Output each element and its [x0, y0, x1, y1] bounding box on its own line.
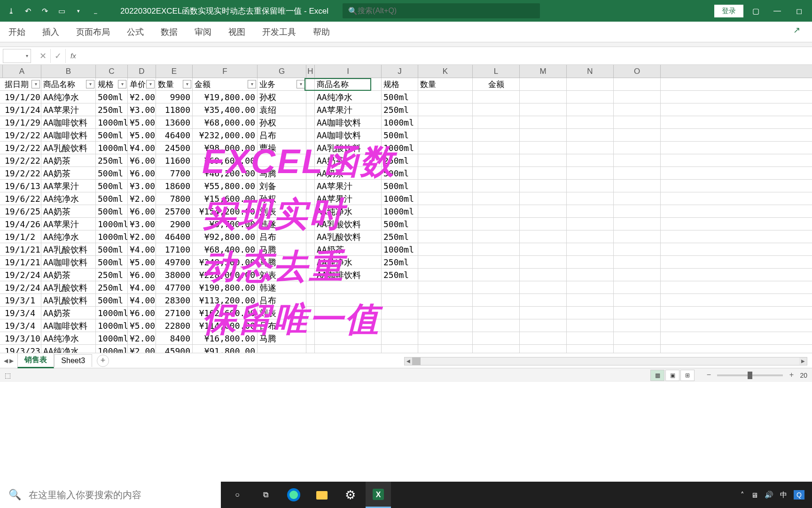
cell[interactable]	[520, 91, 567, 103]
cell[interactable]: 韩遂	[258, 281, 306, 294]
cell[interactable]	[614, 269, 661, 281]
cell[interactable]	[306, 129, 315, 141]
cell[interactable]: ¥6.00	[128, 167, 156, 179]
cell[interactable]	[567, 281, 614, 294]
cell[interactable]: 刘表	[258, 205, 306, 217]
cell[interactable]: 19/1/24	[3, 103, 41, 116]
cell[interactable]: AA纯净水	[41, 192, 96, 205]
cell[interactable]	[306, 307, 315, 319]
cell[interactable]	[473, 230, 520, 243]
cell[interactable]	[614, 129, 661, 141]
settings-icon[interactable]: ⚙	[337, 482, 363, 508]
cell[interactable]: AA苹果汁	[315, 180, 382, 192]
tab-view[interactable]: 视图	[226, 23, 247, 41]
cell[interactable]: 22800	[156, 319, 193, 332]
cell[interactable]: 19/3/4	[3, 319, 41, 332]
cell[interactable]	[382, 345, 418, 353]
cell[interactable]: 刘备	[258, 180, 306, 192]
cell[interactable]	[567, 332, 614, 344]
cell[interactable]	[306, 192, 315, 205]
cell[interactable]: 11600	[156, 154, 193, 167]
cell[interactable]	[418, 167, 473, 179]
cell[interactable]: ¥232,000.00	[193, 129, 258, 141]
cell[interactable]	[418, 319, 473, 332]
edge-icon[interactable]	[281, 482, 306, 508]
cell[interactable]: 袁绍	[258, 103, 306, 116]
cell[interactable]: ¥69,600.00	[193, 154, 258, 167]
filter-dropdown[interactable]: ▾	[86, 80, 94, 88]
cell[interactable]: 8400	[156, 332, 193, 344]
cell[interactable]: AA纯净水	[41, 345, 96, 353]
cell[interactable]	[614, 91, 661, 103]
scroll-thumb[interactable]	[412, 357, 421, 365]
filter-dropdown[interactable]: ▾	[183, 80, 191, 88]
cell[interactable]: 孙权	[258, 91, 306, 103]
header-cell[interactable]: 金额▾	[193, 78, 258, 90]
sheet-tab-sales[interactable]: 销售表	[17, 353, 54, 368]
col-header[interactable]: A	[3, 65, 41, 78]
cell[interactable]: 45900	[156, 345, 193, 353]
cell[interactable]: 19/2/24	[3, 269, 41, 281]
header-cell[interactable]: 商品名称▾	[41, 78, 96, 90]
header-cell[interactable]	[306, 78, 315, 90]
cell[interactable]: AA苹果汁	[41, 180, 96, 192]
cell[interactable]: AA乳酸饮料	[315, 230, 382, 243]
cell[interactable]	[520, 129, 567, 141]
scroll-left-button[interactable]: ◀	[405, 357, 412, 365]
cell[interactable]	[567, 142, 614, 154]
cell[interactable]	[418, 230, 473, 243]
cell[interactable]	[473, 91, 520, 103]
cell[interactable]	[473, 345, 520, 353]
cell[interactable]: 19/2/22	[3, 167, 41, 179]
cell[interactable]: 1000ml	[382, 192, 418, 205]
cell[interactable]: 250ml	[96, 154, 128, 167]
tab-data[interactable]: 数据	[159, 23, 180, 41]
record-macro-icon[interactable]: ⬚	[5, 372, 11, 379]
filter-dropdown[interactable]: ▾	[248, 80, 256, 88]
cell[interactable]: AA奶茶	[41, 167, 96, 179]
cell[interactable]: AA苹果汁	[315, 103, 382, 116]
cell[interactable]	[614, 180, 661, 192]
cell[interactable]: 1000ml	[96, 307, 128, 319]
cell[interactable]	[306, 142, 315, 154]
cell[interactable]: 500ml	[382, 180, 418, 192]
cell[interactable]: 250ml	[382, 256, 418, 268]
cell[interactable]	[567, 180, 614, 192]
cell[interactable]	[306, 180, 315, 192]
cell[interactable]	[614, 218, 661, 230]
tab-insert[interactable]: 插入	[40, 23, 61, 41]
cell[interactable]	[614, 332, 661, 344]
col-header[interactable]: C	[96, 65, 128, 78]
cell[interactable]: 吕布	[258, 230, 306, 243]
cell[interactable]: AA乳酸饮料	[41, 142, 96, 154]
cell[interactable]	[418, 332, 473, 344]
cell[interactable]: AA纯净水	[315, 205, 382, 217]
cell[interactable]: 250ml	[382, 230, 418, 243]
cell[interactable]	[306, 319, 315, 332]
cell[interactable]: 19/2/24	[3, 281, 41, 294]
redo-button[interactable]: ↷	[38, 4, 52, 18]
cell[interactable]	[614, 243, 661, 255]
cell[interactable]	[473, 319, 520, 332]
cell[interactable]	[614, 142, 661, 154]
search-box[interactable]: 🔍	[343, 3, 540, 18]
header-cell[interactable]: 数量	[418, 78, 473, 90]
cell[interactable]: 500ml	[382, 167, 418, 179]
cell[interactable]: ¥91,800.00	[193, 345, 258, 353]
cell[interactable]: 刘表	[258, 269, 306, 281]
cell[interactable]: 46400	[156, 129, 193, 141]
col-header[interactable]: I	[315, 65, 382, 78]
cell[interactable]: ¥3.00	[128, 180, 156, 192]
login-button[interactable]: 登录	[714, 5, 743, 17]
cell[interactable]	[306, 281, 315, 294]
cell[interactable]	[520, 167, 567, 179]
cell[interactable]	[614, 167, 661, 179]
undo-button[interactable]: ↶	[21, 4, 35, 18]
tray-display-icon[interactable]: 🖥	[751, 491, 758, 499]
header-cell[interactable]: 规格	[382, 78, 418, 90]
cell[interactable]	[418, 180, 473, 192]
cell[interactable]: 韩遂	[258, 218, 306, 230]
cell[interactable]	[567, 319, 614, 332]
cell[interactable]	[614, 154, 661, 167]
filter-dropdown[interactable]: ▾	[31, 80, 40, 88]
